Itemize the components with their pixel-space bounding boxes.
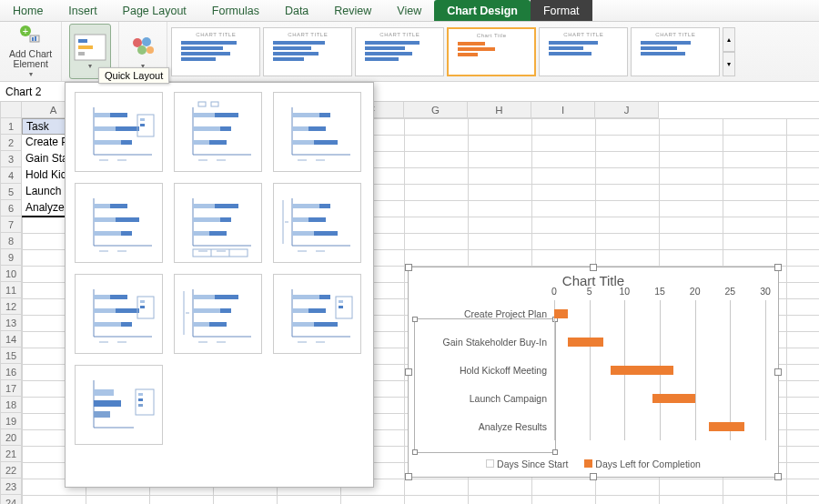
row-header-11[interactable]: 11 [0, 282, 22, 298]
row-header-7[interactable]: 7 [0, 217, 22, 233]
quick-layout-option-4[interactable] [75, 183, 163, 263]
tab-formulas[interactable]: Formulas [199, 0, 272, 21]
col-header-J[interactable]: J [595, 102, 659, 118]
col-header-G[interactable]: G [404, 102, 468, 118]
row-header-2[interactable]: 2 [0, 135, 22, 151]
resize-handle[interactable] [405, 264, 412, 271]
chart-style-6[interactable]: CHART TITLE [631, 27, 720, 76]
tab-review[interactable]: Review [321, 0, 384, 21]
chart-legend[interactable]: Days Since Start Days Left for Completio… [409, 459, 778, 469]
svg-text:+: + [22, 25, 27, 36]
svg-rect-43 [292, 113, 319, 117]
quick-layout-option-7[interactable] [75, 274, 163, 354]
row-header-8[interactable]: 8 [0, 233, 22, 249]
x-tick-label: 15 [654, 286, 665, 297]
quick-layout-option-10[interactable] [75, 365, 163, 445]
data-bar[interactable] [611, 366, 674, 375]
row-header-15[interactable]: 15 [0, 348, 22, 364]
quick-layout-option-6[interactable] [273, 183, 361, 263]
data-bar[interactable] [554, 338, 568, 347]
resize-handle[interactable] [774, 368, 782, 376]
row-header-21[interactable]: 21 [0, 446, 22, 462]
chart-style-3[interactable]: CHART TITLE [355, 27, 444, 76]
svg-rect-62 [180, 189, 258, 258]
row-header-10[interactable]: 10 [0, 266, 22, 282]
svg-rect-34 [193, 140, 209, 145]
col-header-I[interactable]: I [531, 102, 595, 118]
data-bar[interactable] [709, 422, 744, 431]
row-header-3[interactable]: 3 [0, 151, 22, 167]
svg-rect-126 [339, 300, 343, 303]
row-header-14[interactable]: 14 [0, 331, 22, 348]
chart-styles-gallery: CHART TITLE CHART TITLE CHART TITLE Char… [167, 22, 739, 81]
chart-style-4[interactable]: Chart Title [447, 27, 536, 76]
quick-layout-option-5[interactable] [174, 183, 262, 263]
plot-area[interactable]: 051015202530Create Project PlanGain Stak… [554, 300, 765, 440]
add-chart-element-button[interactable]: + Add Chart Element ▾ [7, 24, 54, 79]
svg-rect-121 [292, 308, 308, 313]
data-bar[interactable] [652, 394, 694, 403]
quick-layout-dropdown [65, 82, 374, 488]
quick-layout-option-8[interactable] [174, 274, 262, 354]
row-header-23[interactable]: 23 [0, 479, 22, 495]
tab-view[interactable]: View [384, 0, 434, 21]
svg-rect-66 [215, 204, 238, 208]
row-header-16[interactable]: 16 [0, 364, 22, 380]
chart-style-1[interactable]: CHART TITLE [171, 27, 260, 76]
styles-scroll-up[interactable]: ▴ [723, 27, 735, 52]
row-header-18[interactable]: 18 [0, 397, 22, 413]
quick-layout-option-3[interactable] [273, 92, 361, 172]
quick-layout-tooltip: Quick Layout [98, 67, 169, 84]
row-header-6[interactable]: 6 [0, 200, 22, 217]
resize-handle[interactable] [405, 473, 412, 480]
svg-rect-127 [339, 306, 343, 308]
row-header-13[interactable]: 13 [0, 315, 22, 331]
resize-handle[interactable] [774, 264, 782, 271]
row-header-12[interactable]: 12 [0, 298, 22, 315]
tab-home[interactable]: Home [0, 0, 56, 21]
row-header-9[interactable]: 9 [0, 249, 22, 266]
quick-layout-option-2[interactable] [174, 92, 262, 172]
data-bar[interactable] [554, 422, 709, 431]
row-header-5[interactable]: 5 [0, 184, 22, 200]
svg-rect-24 [140, 124, 145, 126]
select-all-triangle[interactable] [0, 102, 22, 118]
ribbon-tabs: Home Insert Page Layout Formulas Data Re… [0, 0, 819, 22]
svg-rect-8 [78, 52, 85, 55]
row-header-1[interactable]: 1 [0, 118, 22, 135]
styles-scroll-down[interactable]: ▾ [723, 52, 735, 76]
svg-rect-70 [209, 231, 227, 236]
chart-style-2[interactable]: CHART TITLE [263, 27, 352, 76]
resize-handle[interactable] [590, 264, 597, 271]
data-bar[interactable] [554, 309, 568, 318]
row-header-20[interactable]: 20 [0, 429, 22, 446]
svg-rect-80 [319, 204, 330, 208]
tab-chart-design[interactable]: Chart Design [434, 0, 531, 21]
chart-style-5[interactable]: CHART TITLE [539, 27, 628, 76]
svg-rect-56 [94, 217, 116, 222]
data-bar[interactable] [554, 366, 611, 375]
data-bar[interactable] [554, 394, 652, 403]
row-header-19[interactable]: 19 [0, 413, 22, 429]
quick-layout-option-1[interactable] [75, 92, 163, 172]
tab-page-layout[interactable]: Page Layout [110, 0, 199, 21]
col-header-H[interactable]: H [468, 102, 531, 118]
resize-handle[interactable] [590, 473, 597, 480]
data-bar[interactable] [568, 338, 603, 347]
tab-format[interactable]: Format [531, 0, 592, 21]
name-box[interactable]: Chart 2 [0, 82, 71, 101]
row-header-17[interactable]: 17 [0, 380, 22, 397]
svg-rect-19 [116, 126, 139, 131]
tab-insert[interactable]: Insert [56, 0, 109, 21]
embedded-chart[interactable]: Chart Title 051015202530Create Project P… [408, 267, 779, 478]
row-header-22[interactable]: 22 [0, 462, 22, 479]
row-header-24[interactable]: 24 [0, 495, 22, 504]
svg-rect-109 [220, 308, 231, 313]
row-header-4[interactable]: 4 [0, 167, 22, 184]
resize-handle[interactable] [405, 368, 412, 376]
quick-layout-option-9[interactable] [273, 274, 361, 354]
svg-rect-103 [180, 280, 258, 349]
x-tick-label: 25 [724, 286, 735, 297]
resize-handle[interactable] [774, 473, 782, 480]
tab-data[interactable]: Data [272, 0, 321, 21]
